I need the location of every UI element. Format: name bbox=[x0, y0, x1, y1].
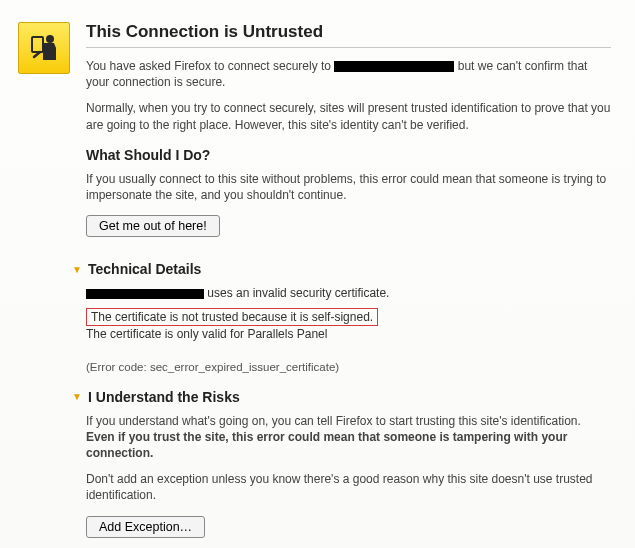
what-should-i-do-body: If you usually connect to this site with… bbox=[86, 171, 611, 203]
tech-line-1: uses an invalid security certificate. bbox=[86, 285, 611, 302]
tech-line-1-text: uses an invalid security certificate. bbox=[207, 286, 389, 300]
risks-text-bold: Even if you trust the site, this error c… bbox=[86, 430, 567, 460]
risks-paragraph-1: If you understand what's going on, you c… bbox=[86, 413, 611, 462]
intro-paragraph: You have asked Firefox to connect secure… bbox=[86, 58, 611, 90]
technical-details-expander-icon[interactable]: ▼ bbox=[72, 264, 82, 275]
add-exception-button[interactable]: Add Exception… bbox=[86, 516, 205, 538]
redacted-hostname bbox=[334, 61, 454, 72]
normally-paragraph: Normally, when you try to connect secure… bbox=[86, 100, 611, 132]
get-me-out-button[interactable]: Get me out of here! bbox=[86, 215, 220, 237]
tech-line-3: The certificate is only valid for Parall… bbox=[86, 326, 611, 343]
error-code: (Error code: sec_error_expired_issuer_ce… bbox=[86, 361, 611, 373]
understand-risks-heading[interactable]: I Understand the Risks bbox=[88, 389, 240, 405]
page-title: This Connection is Untrusted bbox=[86, 22, 611, 48]
ssl-warning-icon bbox=[18, 22, 70, 74]
what-should-i-do-heading: What Should I Do? bbox=[86, 147, 611, 163]
technical-details-heading[interactable]: Technical Details bbox=[88, 261, 201, 277]
understand-risks-expander-icon[interactable]: ▼ bbox=[72, 391, 82, 402]
risks-paragraph-2: Don't add an exception unless you know t… bbox=[86, 471, 611, 503]
redacted-hostname-2 bbox=[86, 289, 204, 299]
risks-text-before: If you understand what's going on, you c… bbox=[86, 414, 581, 428]
self-signed-warning: The certificate is not trusted because i… bbox=[86, 308, 378, 326]
svg-rect-0 bbox=[32, 37, 43, 52]
svg-point-1 bbox=[46, 35, 54, 43]
intro-text-1: You have asked Firefox to connect secure… bbox=[86, 59, 331, 73]
